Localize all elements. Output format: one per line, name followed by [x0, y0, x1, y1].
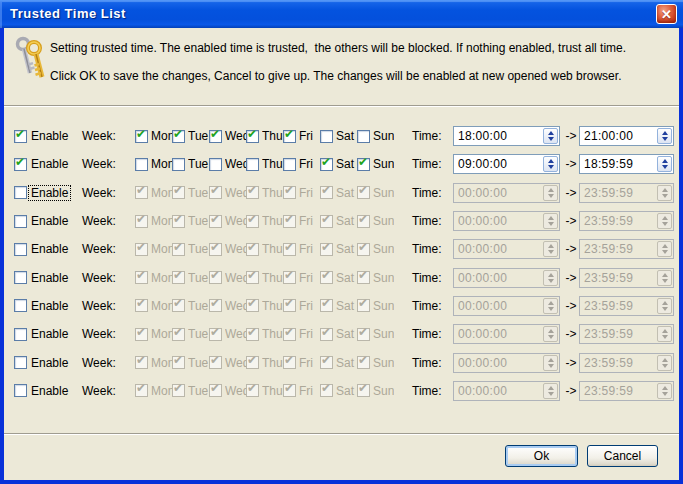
enable-checkbox[interactable]: ✔ Enable [14, 384, 70, 398]
enable-label: Enable [29, 129, 70, 143]
check-icon: ✔ [358, 156, 368, 169]
day-checkbox-wed: ✔Wed [209, 384, 246, 398]
start-time-field[interactable]: 18:00:00 [453, 126, 560, 146]
spin-down-icon[interactable] [548, 165, 554, 169]
enable-checkbox[interactable]: ✔ Enable [14, 271, 70, 285]
ok-button[interactable]: Ok [505, 445, 578, 467]
day-checkbox-wed: ✔Wed [209, 242, 246, 256]
end-time-field: 23:59:59 [579, 183, 674, 203]
spin-up-icon [548, 188, 554, 192]
spin-down-icon [662, 222, 668, 226]
spin-up-icon[interactable] [548, 159, 554, 163]
titlebar[interactable]: Trusted Time List ✕ [0, 0, 683, 28]
spin-up-icon[interactable] [662, 131, 668, 135]
checkbox-box-icon: ✔ [209, 384, 222, 397]
day-label: Sat [336, 271, 357, 285]
day-label: Thu [262, 129, 283, 143]
day-label: Thu [262, 186, 283, 200]
check-icon: ✔ [358, 326, 368, 339]
day-label: Fri [299, 186, 320, 200]
end-time-value: 23:59:59 [580, 384, 657, 398]
day-checkbox-sun[interactable]: ✔Sun [357, 157, 394, 171]
spin-down-icon[interactable] [548, 137, 554, 141]
spin-down-icon[interactable] [662, 165, 668, 169]
day-label: Mon [151, 242, 172, 256]
check-icon: ✔ [358, 184, 368, 197]
check-icon: ✔ [173, 269, 183, 282]
day-checkbox-fri: ✔Fri [283, 384, 320, 398]
start-time-field[interactable]: 09:00:00 [453, 154, 560, 174]
spin-down-icon [548, 250, 554, 254]
enable-checkbox[interactable]: ✔ Enable [14, 356, 70, 370]
enable-label: Enable [29, 186, 70, 200]
end-time-field[interactable]: 21:00:00 [579, 126, 674, 146]
close-button[interactable]: ✕ [656, 4, 677, 24]
day-checkbox-thu[interactable]: ✔Thu [246, 157, 283, 171]
end-time-field[interactable]: 18:59:59 [579, 154, 674, 174]
spinner-buttons [657, 326, 672, 342]
checkbox-box-icon: ✔ [135, 243, 148, 256]
checkbox-box-icon: ✔ [14, 243, 27, 256]
day-checkbox-wed[interactable]: ✔Wed [209, 129, 246, 143]
checkbox-box-icon: ✔ [357, 299, 370, 312]
spinner-buttons [657, 270, 672, 286]
spin-up-icon[interactable] [548, 131, 554, 135]
enable-checkbox[interactable]: ✔ Enable [14, 299, 70, 313]
enable-label: Enable [29, 242, 70, 256]
day-checkbox-fri[interactable]: ✔Fri [283, 129, 320, 143]
check-icon: ✔ [247, 241, 257, 254]
spin-up-icon [548, 386, 554, 390]
time-label: Time: [412, 356, 442, 370]
enable-checkbox[interactable]: ✔ Enable [14, 327, 70, 341]
enable-checkbox[interactable]: ✔ Enable [14, 214, 70, 228]
enable-label: Enable [29, 214, 70, 228]
day-label: Sun [373, 356, 394, 370]
week-label: Week: [82, 157, 116, 171]
day-checkbox-wed[interactable]: ✔Wed [209, 157, 246, 171]
day-checkbox-sat[interactable]: ✔Sat [320, 157, 357, 171]
spin-down-icon[interactable] [662, 137, 668, 141]
day-checkbox-tue[interactable]: ✔Tue [172, 129, 209, 143]
cancel-button[interactable]: Cancel [587, 445, 658, 467]
enable-checkbox[interactable]: ✔ Enable [14, 129, 70, 143]
window-title: Trusted Time List [10, 6, 126, 21]
checkbox-box-icon: ✔ [135, 271, 148, 284]
day-checkbox-sat[interactable]: ✔Sat [320, 129, 357, 143]
week-days: ✔Mon✔Tue✔Wed✔Thu✔Fri✔Sat✔Sun [135, 186, 394, 200]
spinner-buttons[interactable] [543, 156, 558, 172]
day-checkbox-mon[interactable]: ✔Mon [135, 157, 172, 171]
day-checkbox-fri[interactable]: ✔Fri [283, 157, 320, 171]
start-time-field: 00:00:00 [453, 353, 560, 373]
check-icon: ✔ [247, 184, 257, 197]
check-icon: ✔ [321, 297, 331, 310]
spin-up-icon[interactable] [662, 159, 668, 163]
day-checkbox-tue: ✔Tue [172, 271, 209, 285]
enable-checkbox[interactable]: ✔ Enable [14, 157, 70, 171]
spinner-buttons [543, 298, 558, 314]
day-checkbox-thu[interactable]: ✔Thu [246, 129, 283, 143]
week-label: Week: [82, 186, 116, 200]
arrow-label: -> [563, 129, 579, 143]
checkbox-box-icon: ✔ [172, 130, 185, 143]
spinner-buttons[interactable] [657, 156, 672, 172]
check-icon: ✔ [358, 382, 368, 395]
checkbox-box-icon: ✔ [283, 384, 296, 397]
enable-checkbox[interactable]: ✔ Enable [14, 242, 70, 256]
checkbox-box-icon: ✔ [209, 271, 222, 284]
day-checkbox-sat: ✔Sat [320, 214, 357, 228]
check-icon: ✔ [284, 213, 294, 226]
day-checkbox-mon[interactable]: ✔Mon [135, 129, 172, 143]
day-checkbox-tue[interactable]: ✔Tue [172, 157, 209, 171]
instruction-line-1: Setting trusted time. The enabled time i… [50, 41, 626, 55]
enable-checkbox[interactable]: ✔ Enable [14, 186, 70, 200]
day-checkbox-wed: ✔Wed [209, 214, 246, 228]
checkbox-box-icon: ✔ [209, 130, 222, 143]
spinner-buttons[interactable] [543, 128, 558, 144]
spinner-buttons [543, 213, 558, 229]
spinner-buttons [657, 383, 672, 399]
end-time-value: 18:59:59 [580, 157, 657, 171]
day-checkbox-sat: ✔Sat [320, 299, 357, 313]
day-checkbox-sun[interactable]: ✔Sun [357, 129, 394, 143]
spinner-buttons[interactable] [657, 128, 672, 144]
day-checkbox-tue: ✔Tue [172, 299, 209, 313]
